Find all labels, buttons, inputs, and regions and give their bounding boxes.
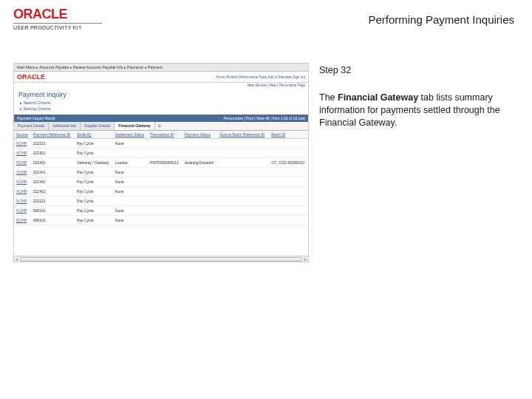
table-cell	[183, 139, 218, 149]
table-cell	[183, 216, 218, 225]
table-cell	[113, 197, 149, 206]
table-cell	[269, 177, 308, 187]
table-cell: 222401	[31, 149, 75, 158]
table-cell	[148, 139, 182, 149]
column-header[interactable]: Payment Status	[183, 131, 218, 139]
table-cell: 222401	[31, 168, 75, 177]
section-sorting-criteria: Sorting Criteria	[14, 106, 308, 112]
column-header[interactable]: Settlement Status	[113, 131, 149, 139]
table-cell	[217, 187, 269, 197]
table-cell: VCHR	[14, 158, 31, 168]
table-cell: Loaded	[113, 158, 149, 168]
horizontal-scrollbar[interactable]: ◄ ►	[14, 256, 308, 262]
table-cell	[183, 206, 218, 216]
table-cell: Pay Cycle	[75, 187, 113, 197]
table-cell	[217, 158, 269, 168]
table-row: VCHR222221Pay CycleNone	[14, 139, 308, 149]
embedded-screenshot: Main Menu ▸ Accounts Payable ▸ Review Ac…	[13, 63, 309, 262]
table-cell: None	[113, 177, 149, 187]
table-cell	[113, 149, 149, 158]
table-cell: 222401	[31, 177, 75, 187]
brand-product: USER PRODUCTIVITY KIT	[13, 23, 102, 30]
table-cell	[217, 216, 269, 225]
breadcrumb: Main Menu ▸ Accounts Payable ▸ Review Ac…	[14, 64, 308, 72]
column-header[interactable]: Source	[14, 131, 31, 139]
table-cell: GT_CCD-20090410	[269, 158, 308, 168]
table-cell: 999191	[31, 216, 75, 225]
table-cell	[269, 139, 308, 149]
grid-range: First 1-16 of 16 Last	[273, 116, 305, 120]
table-cell: Pay Cycle	[75, 197, 113, 206]
column-header[interactable]: Transaction ID	[148, 131, 182, 139]
tab-row: Payment Details Additional Info Supplier…	[14, 122, 308, 131]
instruction-prefix: The	[319, 92, 338, 103]
section-search-criteria: Search Criteria	[14, 100, 308, 106]
instruction-bold: Financial Gateway	[338, 92, 418, 103]
table-cell: Pay Cycle	[75, 149, 113, 158]
table-cell: Gateway / Gateway	[75, 158, 113, 168]
top-links: Home Worklist Performance Trace Add to F…	[216, 75, 305, 79]
column-header[interactable]: Source Batch Reference ID	[217, 131, 269, 139]
table-cell: 222401	[31, 187, 75, 197]
scroll-left-icon[interactable]: ◄	[15, 257, 18, 262]
table-cell: Pay Cycle	[75, 177, 113, 187]
table-row: VCHR999191Pay CycleNone	[14, 206, 308, 216]
step-label: Step 32	[319, 64, 519, 77]
table-row: VCHR222401Pay Cycle	[14, 149, 308, 158]
tab-payment-details[interactable]: Payment Details	[14, 122, 49, 130]
table-cell	[183, 168, 218, 177]
table-cell	[183, 177, 218, 187]
table-cell	[217, 168, 269, 177]
grid-header-bar: Payment Inquiry Result Personalize | Fin…	[14, 115, 308, 122]
brand-logo: ORACLE USER PRODUCTIVITY KIT	[13, 7, 102, 30]
table-row: VCHR222221Pay Cycle	[14, 197, 308, 206]
table-cell	[183, 197, 218, 206]
table-cell: Pay Cycle	[75, 216, 113, 225]
app-logo: ORACLE	[17, 73, 45, 81]
table-cell	[148, 168, 182, 177]
page-title: Payment Inquiry	[14, 88, 308, 100]
scroll-right-icon[interactable]: ►	[304, 257, 307, 262]
table-cell	[148, 216, 182, 225]
table-cell	[217, 206, 269, 216]
table-row: VCHR222401Gateway / GatewayLoadedPMT0000…	[14, 158, 308, 168]
brand-name: ORACLE	[13, 7, 102, 21]
table-cell	[217, 197, 269, 206]
table-row: VCHR222401Pay CycleNone	[14, 168, 308, 177]
table-cell	[148, 149, 182, 158]
column-header[interactable]: Payment Reference ID	[31, 131, 75, 139]
table-cell: 222221	[31, 139, 75, 149]
expand-icon[interactable]: ⧉	[155, 122, 164, 130]
table-cell: None	[113, 168, 149, 177]
table-cell	[269, 206, 308, 216]
table-cell	[217, 177, 269, 187]
table-cell: VCHR	[14, 177, 31, 187]
grid-title: Payment Inquiry Result	[17, 116, 55, 120]
table-row: VCHR222401Pay CycleNone	[14, 187, 308, 197]
tab-additional-info[interactable]: Additional Info	[49, 122, 81, 130]
table-cell	[269, 187, 308, 197]
table-cell: None	[113, 139, 149, 149]
utility-links: New Window | Help | Personalize Page	[14, 83, 308, 88]
table-cell: Pay Cycle	[75, 206, 113, 216]
column-header[interactable]: Batch ID	[269, 131, 308, 139]
table-cell: VCHR	[14, 168, 31, 177]
tab-financial-gateway[interactable]: Financial Gateway	[115, 122, 155, 130]
table-cell: 222401	[31, 158, 75, 168]
table-cell: Awaiting Dispatch	[183, 158, 218, 168]
scrollbar-thumb[interactable]	[20, 257, 302, 262]
table-cell: None	[113, 216, 149, 225]
table-cell	[269, 149, 308, 158]
column-header[interactable]: Settle By	[75, 131, 113, 139]
table-cell	[183, 149, 218, 158]
table-cell	[217, 139, 269, 149]
table-cell	[269, 197, 308, 206]
instruction-text: The Financial Gateway tab lists summary …	[319, 92, 519, 129]
results-table: SourcePayment Reference IDSettle BySettl…	[14, 131, 308, 225]
table-row: VCHR222401Pay CycleNone	[14, 177, 308, 187]
table-cell	[148, 197, 182, 206]
table-cell: Pay Cycle	[75, 139, 113, 149]
document-title: Performing Payment Inquiries	[102, 7, 519, 26]
table-cell	[148, 187, 182, 197]
tab-supplier-details[interactable]: Supplier Details	[81, 122, 115, 130]
